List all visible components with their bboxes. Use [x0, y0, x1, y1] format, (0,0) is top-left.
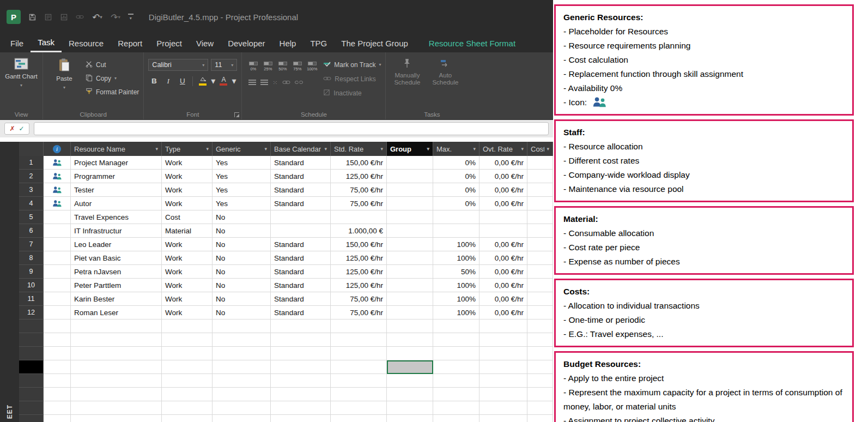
row-number[interactable]: 4 — [19, 197, 44, 210]
row-number[interactable] — [19, 360, 44, 374]
cell-std-rate[interactable]: 75,00 €/hr — [331, 183, 387, 197]
cell-base-calendar[interactable]: Standard — [271, 306, 331, 319]
cell-resource-name[interactable] — [71, 401, 162, 415]
cell-generic[interactable]: Yes — [213, 197, 271, 210]
cell-generic[interactable]: Yes — [213, 156, 271, 170]
tab-developer[interactable]: Developer — [221, 34, 272, 52]
cell-max[interactable] — [433, 360, 479, 374]
indent-task-icon[interactable] — [260, 80, 268, 85]
cell-type[interactable] — [162, 415, 213, 422]
cell-resource-name[interactable]: Programmer — [71, 170, 162, 183]
cell-type[interactable] — [162, 388, 213, 401]
cell-base-calendar[interactable]: Standard — [271, 251, 331, 265]
cell-generic[interactable]: No — [213, 224, 271, 238]
commit-edit-icon[interactable]: ✓ — [19, 125, 25, 132]
row-number[interactable]: 6 — [19, 224, 44, 238]
cell-cost[interactable] — [527, 347, 553, 360]
cell-std-rate[interactable]: 125,00 €/hr — [331, 279, 387, 292]
cell-generic[interactable] — [213, 415, 271, 422]
indicator-cell[interactable] — [44, 279, 71, 292]
cell-resource-name[interactable]: Petra nJavsen — [71, 265, 162, 279]
cell-max[interactable]: 100% — [433, 279, 479, 292]
customize-quick-access-toolbar-icon[interactable]: ▾ — [128, 14, 133, 20]
cell-type[interactable]: Material — [162, 224, 213, 238]
cell-resource-name[interactable]: Tester — [71, 183, 162, 197]
cell-ovt-rate[interactable] — [479, 374, 527, 388]
cell-type[interactable]: Work — [162, 279, 213, 292]
italic-button[interactable]: I — [162, 75, 174, 87]
percent-complete-button-25[interactable]: 25% — [261, 59, 275, 74]
cell-ovt-rate[interactable] — [479, 401, 527, 415]
bold-button[interactable]: B — [148, 75, 160, 87]
cell-cost[interactable] — [527, 333, 553, 347]
cell-group[interactable] — [387, 333, 433, 347]
indicator-cell[interactable] — [44, 374, 71, 388]
filter-arrow-icon[interactable]: ▾ — [204, 146, 209, 152]
cell-resource-name[interactable]: Travel Expences — [71, 210, 162, 224]
cut-button[interactable]: Cut — [86, 59, 139, 70]
cell-group[interactable] — [387, 415, 433, 422]
cell-group[interactable] — [387, 279, 433, 292]
cell-std-rate[interactable] — [331, 401, 387, 415]
cell-type[interactable] — [162, 319, 213, 333]
row-number[interactable] — [19, 415, 44, 422]
tab-file[interactable]: File — [3, 34, 31, 52]
cell-generic[interactable]: No — [213, 265, 271, 279]
cell-cost[interactable] — [527, 224, 553, 238]
cell-max[interactable]: 100% — [433, 306, 479, 319]
cell-cost[interactable] — [527, 319, 553, 333]
indicator-cell[interactable] — [44, 197, 71, 210]
column-header-base-calendar[interactable]: Base Calendar▾ — [271, 142, 331, 156]
column-header-resource-name[interactable]: Resource Name▾ — [71, 142, 162, 156]
cell-group[interactable] — [387, 265, 433, 279]
cell-generic[interactable]: Yes — [213, 183, 271, 197]
row-number[interactable] — [19, 347, 44, 360]
link-icon[interactable] — [76, 14, 84, 20]
cell-resource-name[interactable] — [71, 319, 162, 333]
cell-generic[interactable] — [213, 360, 271, 374]
cell-type[interactable]: Work — [162, 292, 213, 306]
cancel-edit-icon[interactable]: ✗ — [9, 125, 15, 132]
cell-cost[interactable] — [527, 401, 553, 415]
cell-generic[interactable] — [213, 388, 271, 401]
cell-cost[interactable] — [527, 306, 553, 319]
tab-report[interactable]: Report — [111, 34, 149, 52]
cell-type[interactable] — [162, 360, 213, 374]
font-dialog-launcher-icon[interactable] — [234, 112, 239, 117]
gantt-chart-button[interactable]: Gantt Chart ▾ — [4, 56, 38, 89]
cell-max[interactable] — [433, 333, 479, 347]
cell-ovt-rate[interactable]: 0,00 €/hr — [479, 292, 527, 306]
save-icon[interactable] — [28, 13, 37, 21]
row-number[interactable] — [19, 401, 44, 415]
tab-view[interactable]: View — [189, 34, 221, 52]
cell-max[interactable]: 0% — [433, 156, 479, 170]
auto-schedule-button[interactable]: Auto Schedule — [428, 56, 462, 86]
indicator-cell[interactable] — [44, 156, 71, 170]
cell-generic[interactable] — [213, 347, 271, 360]
cell-std-rate[interactable] — [331, 374, 387, 388]
cell-cost[interactable] — [527, 279, 553, 292]
cell-std-rate[interactable] — [331, 333, 387, 347]
cell-max[interactable] — [433, 319, 479, 333]
cell-resource-name[interactable] — [71, 388, 162, 401]
report-icon[interactable] — [60, 13, 68, 21]
row-number[interactable]: 7 — [19, 238, 44, 251]
cell-resource-name[interactable] — [71, 333, 162, 347]
cell-max[interactable] — [433, 224, 479, 238]
cell-max[interactable]: 100% — [433, 238, 479, 251]
cell-type[interactable]: Work — [162, 197, 213, 210]
cell-cost[interactable] — [527, 415, 553, 422]
cell-ovt-rate[interactable] — [479, 415, 527, 422]
cell-base-calendar[interactable] — [271, 374, 331, 388]
tab-the-project-group[interactable]: The Project Group — [334, 34, 415, 52]
inactivate-button[interactable]: Inactivate — [323, 87, 381, 99]
row-number[interactable]: 12 — [19, 306, 44, 319]
cell-base-calendar[interactable]: Standard — [271, 156, 331, 170]
row-number[interactable]: 11 — [19, 292, 44, 306]
cell-base-calendar[interactable]: Standard — [271, 170, 331, 183]
cell-resource-name[interactable] — [71, 347, 162, 360]
cell-base-calendar[interactable] — [271, 388, 331, 401]
link-tasks-icon[interactable] — [282, 77, 290, 87]
cell-group[interactable] — [387, 170, 433, 183]
indicator-cell[interactable] — [44, 415, 71, 422]
